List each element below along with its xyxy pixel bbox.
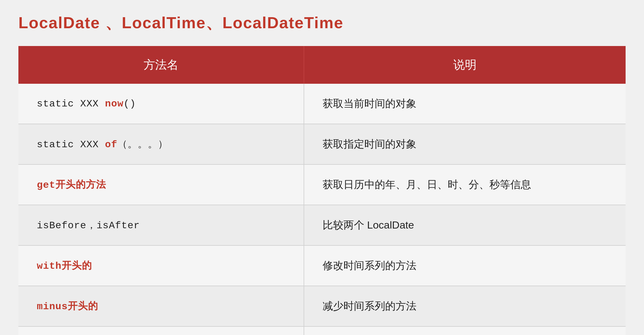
table-row: static XXX now()获取当前时间的对象 (18, 84, 626, 124)
method-prefix: static XXX (37, 98, 105, 110)
method-highlight: of (105, 139, 117, 150)
table-row: isBefore，isAfter比较两个 LocalDate (18, 205, 626, 245)
method-suffix: () (124, 98, 136, 110)
method-cell: plus开头的 (18, 326, 304, 335)
table-header-row: 方法名 说明 (18, 46, 626, 84)
method-cell: isBefore，isAfter (18, 205, 304, 245)
method-highlight: minus开头的 (37, 301, 98, 312)
method-highlight: now (105, 98, 124, 110)
description-cell: 减少时间系列的方法 (304, 286, 626, 326)
table-row: with开头的修改时间系列的方法 (18, 245, 626, 286)
method-cell: static XXX now() (18, 84, 304, 124)
table-row: minus开头的减少时间系列的方法 (18, 286, 626, 326)
method-cell: static XXX of（。。。） (18, 124, 304, 164)
header-method-name: 方法名 (18, 46, 304, 84)
description-cell: 修改时间系列的方法 (304, 245, 626, 286)
table-row: get开头的方法获取日历中的年、月、日、时、分、秒等信息 (18, 164, 626, 205)
table-row: plus开头的增加时间系列的方法 (18, 326, 626, 335)
method-highlight: get开头的方法 (37, 179, 106, 191)
page-title: LocalDate 、LocalTime、LocalDateTime (18, 12, 626, 34)
description-cell: 比较两个 LocalDate (304, 205, 626, 245)
method-prefix: static XXX (37, 139, 105, 150)
methods-table: 方法名 说明 static XXX now()获取当前时间的对象static X… (18, 46, 626, 335)
method-highlight: with开头的 (37, 260, 92, 272)
description-cell: 获取指定时间的对象 (304, 124, 626, 164)
description-cell: 增加时间系列的方法 (304, 326, 626, 335)
header-description: 说明 (304, 46, 626, 84)
method-cell: with开头的 (18, 245, 304, 286)
description-cell: 获取当前时间的对象 (304, 84, 626, 124)
description-cell: 获取日历中的年、月、日、时、分、秒等信息 (304, 164, 626, 205)
method-suffix: （。。。） (117, 139, 168, 150)
method-cell: get开头的方法 (18, 164, 304, 205)
table-row: static XXX of（。。。）获取指定时间的对象 (18, 124, 626, 164)
method-cell: minus开头的 (18, 286, 304, 326)
